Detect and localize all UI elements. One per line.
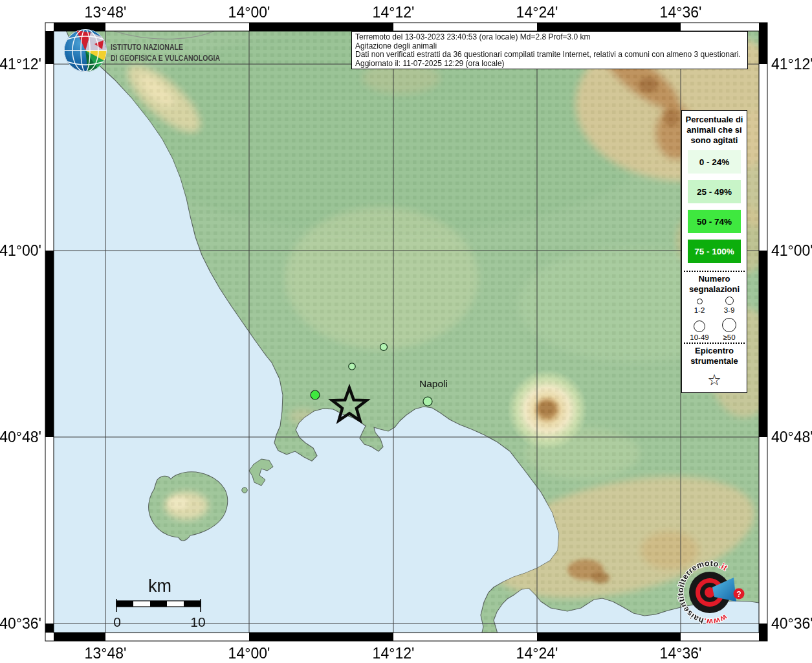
axis-label-top: 14°36' <box>660 4 702 21</box>
count-class-label: 1-2 <box>694 306 705 314</box>
ingv-name-line1: ISTITUTO NAZIONALE <box>111 42 183 52</box>
count-class-3-9: 3-9 <box>724 297 735 314</box>
legend-panel: Percentuale di animali che si sono agita… <box>681 110 747 393</box>
question-mark-label: ? <box>736 590 741 599</box>
count-class-10-49: 10-49 <box>690 317 708 341</box>
info-line-event: Terremoto del 13-03-2023 23:40:53 (ora l… <box>355 33 744 42</box>
scale-bar-end: 10 <box>190 614 205 629</box>
circle-size-icon <box>697 298 703 304</box>
axis-label-bottom: 13°48' <box>85 645 127 662</box>
axis-label-bottom: 14°00' <box>228 645 270 662</box>
count-class-1-2: 1-2 <box>694 298 705 314</box>
scale-bar-start: 0 <box>113 614 121 629</box>
axis-label-top: 14°00' <box>228 4 270 21</box>
legend-count-symbols: 1-2 3-9 10-49 ≥50 <box>685 297 744 341</box>
info-line-subject: Agitazione degli animali <box>355 42 744 51</box>
circle-size-icon <box>694 320 705 332</box>
map-page: Napoli km 0 10 13°48' 14°00' 14°12' 14°2… <box>0 0 812 663</box>
axis-label-bottom: 14°24' <box>516 645 558 662</box>
observation-dot <box>380 344 388 351</box>
legend-swatch-50-74: 50 - 74% <box>688 210 741 233</box>
count-class-label: ≥50 <box>723 333 735 341</box>
axis-label-right: 40°48' <box>771 429 812 445</box>
axis-label-right: 41°12' <box>771 56 812 73</box>
axis-label-right: 40°36' <box>771 615 812 632</box>
city-label-napoli: Napoli <box>419 378 448 389</box>
epicenter-star-icon: ☆ <box>707 372 721 388</box>
circle-size-icon <box>725 297 734 305</box>
axis-label-top: 14°24' <box>516 4 558 21</box>
observation-dot <box>349 363 355 370</box>
legend-percent-swatches: 0 - 24% 25 - 49% 50 - 74% 75 - 100% <box>684 150 745 269</box>
scale-bar-unit: km <box>148 576 171 596</box>
legend-divider <box>684 271 745 272</box>
ingv-name-line2: DI GEOFISICA E VULCANOLOGIA <box>111 53 220 63</box>
axis-label-left: 41°00' <box>0 242 41 259</box>
legend-count-title: Numero segnalazioni <box>684 274 745 295</box>
legend-swatch-0-24: 0 - 24% <box>688 150 741 174</box>
circle-size-icon <box>722 318 736 332</box>
island-islet <box>242 488 247 493</box>
legend-swatch-label: 75 - 100% <box>694 247 734 256</box>
observation-dot <box>423 397 432 406</box>
axis-label-top: 13°48' <box>85 4 127 21</box>
axis-label-bottom: 14°12' <box>373 645 415 662</box>
legend-percent-title: Percentuale di animali che si sono agita… <box>684 115 745 146</box>
legend-divider <box>684 343 745 344</box>
axis-label-right: 41°00' <box>771 242 812 259</box>
legend-epicenter-title: Epicentro strumentale <box>684 346 745 366</box>
count-class-50plus: ≥50 <box>722 315 736 341</box>
axis-label-top: 14°12' <box>373 4 415 21</box>
legend-swatch-75-100: 75 - 100% <box>688 240 741 263</box>
legend-swatch-label: 50 - 74% <box>697 217 732 227</box>
count-class-label: 10-49 <box>690 333 708 341</box>
axis-label-left: 41°12' <box>0 56 41 73</box>
observation-dot <box>311 390 320 399</box>
info-line-updated: Aggiornato il: 11-07-2025 12:29 (ora loc… <box>355 60 744 69</box>
info-line-source: Dati non verificati estratti da 36 quest… <box>355 51 744 60</box>
axis-label-left: 40°36' <box>0 615 41 632</box>
axis-label-bottom: 14°36' <box>660 645 702 662</box>
axis-label-left: 40°48' <box>0 429 41 445</box>
legend-swatch-label: 0 - 24% <box>699 157 730 167</box>
legend-swatch-25-49: 25 - 49% <box>688 180 741 203</box>
legend-swatch-label: 25 - 49% <box>697 187 732 197</box>
count-class-label: 3-9 <box>724 306 735 314</box>
earthquake-info-box: Terremoto del 13-03-2023 23:40:53 (ora l… <box>351 31 748 69</box>
